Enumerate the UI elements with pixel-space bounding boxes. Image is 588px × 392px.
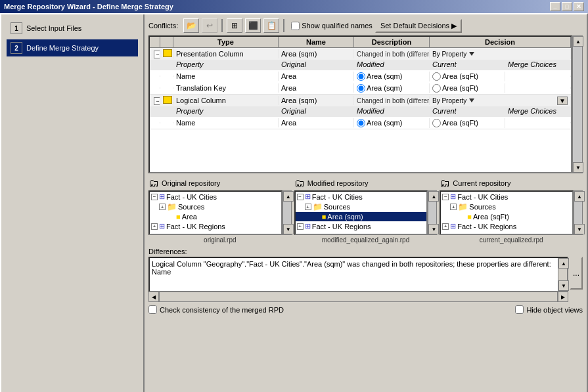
step-2-label: Define Merge Strategy — [26, 44, 99, 52]
toolbar-btn-grid[interactable]: ⊞ — [227, 18, 242, 33]
step-1[interactable]: 1 Select Input Files — [7, 20, 138, 37]
table-header: Type Name Description Decision — [150, 37, 571, 48]
current-repo-title: Current repository — [453, 179, 510, 187]
window-controls[interactable]: _ □ ✕ — [550, 2, 584, 11]
maximize-button[interactable]: □ — [562, 2, 572, 11]
mod-tree-item-1[interactable]: − ⊞ Fact - UK Cities — [296, 192, 427, 202]
check-consistency-checkbox[interactable] — [148, 305, 157, 314]
conflicts-label: Conflicts: — [148, 22, 178, 30]
mod-folder-icon-1: 📁 — [313, 202, 323, 211]
cur-expand-1[interactable]: − — [442, 194, 449, 200]
sh-2-cur: Current — [430, 106, 505, 117]
close-button[interactable]: ✕ — [574, 2, 584, 11]
original-vscroll[interactable]: ▲ ▼ — [283, 190, 292, 235]
orig-label-3: Area — [182, 213, 197, 221]
orig-scroll-down[interactable]: ▼ — [283, 224, 294, 234]
diff-vscroll-down[interactable]: ▼ — [558, 280, 569, 291]
dr-1-1-prop: Name — [173, 72, 279, 81]
current-repo-tree: − ⊞ Fact - UK Cities + 📁 Sources ■ — [440, 190, 574, 235]
hide-object-views-checkbox[interactable] — [515, 305, 524, 314]
modified-repo-panel: 🗂 Modified repository − ⊞ Fact - UK Citi… — [294, 177, 438, 244]
toolbar-btn-2[interactable]: ↩ — [202, 18, 217, 33]
conflict-row-1-header[interactable]: − Presentation Column Area (sqm) Changed… — [150, 48, 571, 60]
radio-cur-1-1[interactable] — [432, 72, 441, 81]
expand-2[interactable]: − — [150, 96, 160, 106]
expand-icon-1[interactable]: − — [154, 51, 160, 58]
set-default-button[interactable]: Set Default Decisions ▶ — [375, 19, 462, 33]
diff-line-1: Logical Column "Geography"."Fact - UK Ci… — [152, 260, 565, 268]
mod-tree-item-3[interactable]: ■ Area (sqm) — [296, 212, 427, 221]
decision-2: By Property ▼ — [430, 96, 571, 106]
th-type: Type — [173, 37, 279, 47]
decision-2-scroll[interactable]: ▼ — [557, 97, 568, 105]
modified-repo-tree: − ⊞ Fact - UK Cities + 📁 Sources ■ — [294, 190, 428, 235]
modified-vscroll[interactable]: ▲ ▼ — [428, 190, 437, 235]
orig-tree-item-4[interactable]: + ⊞ Fact - UK Regions — [150, 221, 281, 231]
orig-tree-item-2[interactable]: + 📁 Sources — [150, 202, 281, 212]
diff-hscroll-left[interactable]: ◀ — [148, 292, 159, 302]
mod-tree-item-2[interactable]: + 📁 Sources — [296, 202, 427, 212]
toolbar-btn-export[interactable]: ⬛ — [245, 18, 261, 33]
title-bar: Merge Repository Wizard - Define Merge S… — [0, 0, 588, 13]
sh-2-orig: Original — [279, 106, 354, 117]
radio-cur-2-1[interactable] — [432, 119, 441, 127]
orig-scroll-up[interactable]: ▲ — [283, 191, 294, 202]
conflict-row-2-header[interactable]: − Logical Column Area (sqm) Changed in b… — [150, 95, 571, 106]
conflicts-vscroll[interactable]: ▲ ▼ — [572, 35, 583, 173]
cur-scroll-up[interactable]: ▲ — [574, 191, 585, 202]
mod-expand-2[interactable]: + — [305, 204, 311, 210]
orig-tree-item-1[interactable]: − ⊞ Fact - UK Cities — [150, 192, 281, 202]
ellipsis-button[interactable]: ... — [570, 257, 583, 290]
cur-scroll-down[interactable]: ▼ — [574, 224, 585, 234]
minimize-button[interactable]: _ — [550, 2, 560, 11]
cur-tree-item-3[interactable]: ■ Area (sqFt) — [441, 212, 572, 221]
step-1-label: Select Input Files — [26, 24, 81, 32]
conflicts-table: Type Name Description Decision − Prese — [148, 35, 572, 173]
orig-expand-2[interactable]: + — [159, 204, 166, 210]
mod-scroll-up[interactable]: ▲ — [428, 191, 439, 202]
mod-expand-4[interactable]: + — [297, 223, 304, 230]
diff-vscroll-up[interactable]: ▲ — [558, 258, 569, 269]
sh-2-mc: Merge Choices — [505, 106, 571, 117]
cur-expand-2[interactable]: + — [450, 204, 457, 210]
cur-tree-item-1[interactable]: − ⊞ Fact - UK Cities — [441, 192, 572, 202]
radio-mod-1-2[interactable] — [357, 84, 365, 93]
vscroll-up[interactable]: ▲ — [573, 36, 583, 47]
mod-expand-1[interactable]: − — [297, 194, 304, 200]
orig-expand-1[interactable]: − — [151, 194, 158, 200]
right-panel: Conflicts: 📂 ↩ ⊞ ⬛ 📋 Show qualified name… — [145, 14, 587, 392]
radio-cur-1-2[interactable] — [432, 84, 441, 93]
differences-text: Logical Column "Geography"."Fact - UK Ci… — [150, 258, 567, 291]
radio-mod-2-1[interactable] — [357, 119, 365, 127]
current-repo-tree-container: − ⊞ Fact - UK Cities + 📁 Sources ■ — [440, 190, 583, 235]
expand-icon-2[interactable]: − — [154, 97, 160, 105]
toolbar-btn-import[interactable]: 📋 — [263, 18, 279, 33]
orig-expand-4[interactable]: + — [151, 223, 158, 230]
current-repo-header: 🗂 Current repository — [440, 177, 583, 189]
decision-2-arrow[interactable] — [469, 98, 474, 105]
cur-tree-item-4[interactable]: + ⊞ Fact - UK Regions — [441, 221, 572, 231]
radio-mod-1-1[interactable] — [357, 72, 365, 81]
diff-hscroll-right[interactable]: ▶ — [558, 292, 568, 302]
cur-expand-4[interactable]: + — [442, 223, 449, 230]
cur-area-icon: ■ — [467, 213, 472, 221]
conflict-data-row-1-1: Name Area Area (sqm) Area (sqFt) — [150, 70, 571, 82]
decision-1-arrow[interactable] — [469, 52, 474, 58]
mod-tree-item-4[interactable]: + ⊞ Fact - UK Regions — [296, 221, 427, 231]
icon-1 — [160, 49, 173, 59]
show-qualified-checkbox[interactable] — [291, 22, 300, 30]
cur-label-2: Sources — [469, 203, 495, 211]
cur-tree-item-2[interactable]: + 📁 Sources — [441, 202, 572, 212]
mod-scroll-down[interactable]: ▼ — [428, 224, 439, 234]
orig-tree-item-3[interactable]: ■ Area — [150, 212, 281, 221]
step-2[interactable]: 2 Define Merge Strategy — [7, 39, 138, 56]
toolbar-btn-1[interactable]: 📂 — [183, 18, 199, 33]
dr-1-2-mod: Area (sqm) — [354, 83, 430, 93]
check-consistency-label: Check consistency of the merged RPD — [160, 306, 284, 314]
current-vscroll[interactable]: ▲ ▼ — [574, 190, 583, 235]
icon-2 — [160, 95, 173, 106]
vscroll-down[interactable]: ▼ — [573, 162, 583, 173]
original-filename: original.rpd — [148, 236, 292, 244]
expand-1[interactable]: − — [150, 49, 160, 59]
cur-folder-icon-1: 📁 — [458, 202, 468, 211]
